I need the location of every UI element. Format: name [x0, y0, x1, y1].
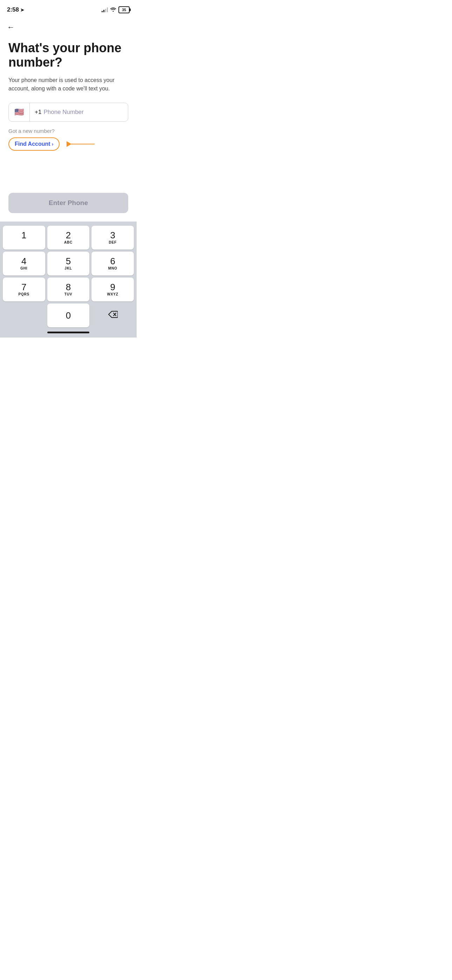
keyboard-grid: 1 2 ABC 3 DEF 4 GHI 5 JKL 6 MNO 7 PQRS — [2, 226, 135, 328]
phone-placeholder: Phone Number — [43, 109, 83, 116]
wifi-icon — [110, 7, 116, 13]
key-3[interactable]: 3 DEF — [91, 226, 134, 250]
signal-icon — [102, 7, 108, 12]
status-time: 2:58 ➤ — [7, 6, 24, 13]
key-7[interactable]: 7 PQRS — [3, 278, 45, 301]
find-account-label: Find Account — [15, 141, 51, 147]
key-6[interactable]: 6 MNO — [91, 252, 134, 275]
key-empty — [3, 304, 45, 328]
page-subtitle: Your phone number is used to access your… — [8, 76, 128, 93]
home-bar — [47, 332, 89, 333]
home-indicator — [2, 328, 135, 336]
find-account-button[interactable]: Find Account › — [8, 137, 60, 151]
page-title: What's your phone number? — [8, 41, 128, 70]
enter-phone-button[interactable]: Enter Phone — [8, 193, 128, 213]
key-8[interactable]: 8 TUV — [47, 278, 90, 301]
location-arrow-icon: ➤ — [20, 7, 24, 13]
keyboard-area: 1 2 ABC 3 DEF 4 GHI 5 JKL 6 MNO 7 PQRS — [0, 221, 137, 337]
battery-icon: 35 — [118, 6, 130, 13]
arrow-annotation — [67, 144, 95, 145]
phone-input-field[interactable]: +1 Phone Number — [30, 109, 128, 116]
key-9[interactable]: 9 WXYZ — [91, 278, 134, 301]
find-account-row: Find Account › — [8, 137, 128, 151]
key-1[interactable]: 1 — [3, 226, 45, 250]
new-number-text: Got a new number? — [8, 128, 128, 134]
key-0[interactable]: 0 — [47, 304, 90, 328]
country-code: +1 — [35, 109, 41, 116]
find-account-chevron-icon: › — [52, 141, 54, 147]
key-delete[interactable] — [91, 304, 134, 328]
arrow-line — [67, 144, 95, 145]
nav-bar: ← — [0, 18, 137, 33]
delete-icon — [108, 310, 118, 320]
country-flag: 🇺🇸 — [14, 108, 24, 117]
main-content: What's your phone number? Your phone num… — [0, 33, 137, 221]
status-bar: 2:58 ➤ 35 — [0, 0, 137, 18]
key-5[interactable]: 5 JKL — [47, 252, 90, 275]
back-button[interactable]: ← — [7, 21, 20, 33]
phone-input-container[interactable]: 🇺🇸 +1 Phone Number — [8, 103, 128, 122]
key-4[interactable]: 4 GHI — [3, 252, 45, 275]
key-2[interactable]: 2 ABC — [47, 226, 90, 250]
status-icons: 35 — [102, 6, 130, 13]
country-selector[interactable]: 🇺🇸 — [9, 103, 30, 121]
